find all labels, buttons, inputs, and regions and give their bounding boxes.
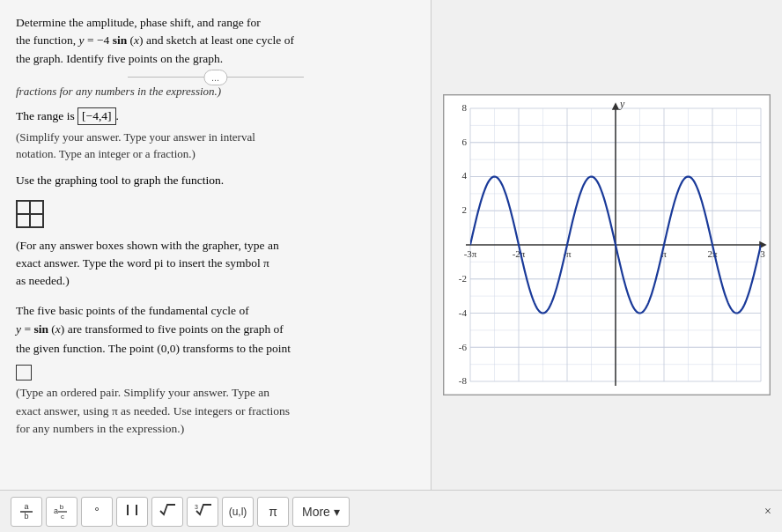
fraction-icon: a b	[18, 501, 34, 521]
more-label: More	[302, 505, 330, 519]
divider-line: ...	[128, 77, 304, 78]
mixed-fraction-icon: a b c	[52, 501, 71, 521]
problem-line1: Determine the amplitude, phase shift, an…	[16, 16, 261, 29]
problem-line3: the graph. Identify five points on the g…	[16, 52, 223, 65]
grid-cell-4	[30, 214, 43, 227]
svg-text:8: 8	[462, 102, 468, 113]
right-panel: y 8 6 4 2 -2 -4 -6 -8 -3π -2π -π	[432, 0, 782, 490]
degree-label: °	[94, 505, 100, 519]
cbrt-button[interactable]: 3	[187, 497, 218, 527]
expand-button[interactable]: ...	[203, 70, 227, 85]
svg-text:-6: -6	[459, 342, 468, 352]
range-value: [−4,4]	[77, 107, 115, 125]
bottom-toolbar: a b a b c °	[0, 490, 782, 532]
simplify-line1: (Simplify your answer. Type your answer …	[16, 130, 255, 144]
svg-text:-2π: -2π	[513, 248, 526, 259]
use-graphing-text: Use the graphing tool to graph the funct…	[16, 174, 415, 188]
simplify-line2: notation. Type an integer or a fraction.…	[16, 147, 196, 160]
svg-text:b: b	[60, 503, 64, 511]
fractions-note: fractions for any numbers in the express…	[16, 85, 415, 99]
chevron-down-icon: ▾	[334, 505, 340, 519]
pi-button[interactable]: π	[257, 497, 289, 527]
sqrt-button[interactable]	[151, 497, 183, 527]
range-text: The range is [−4,4].	[16, 107, 415, 125]
y-axis-label: y	[619, 98, 625, 110]
for-any-note: (For any answer boxes shown with the gra…	[16, 237, 415, 291]
fraction-button[interactable]: a b	[11, 497, 42, 527]
problem-line2: the function, y = −4 sin (x) and sketch …	[16, 33, 294, 47]
pi-label: π	[269, 505, 277, 519]
type-line2: exact answer, using π as needed. Use int…	[16, 404, 290, 417]
for-any-line2: exact answer. Type the word pi to insert…	[16, 256, 269, 270]
svg-text:4: 4	[462, 170, 468, 181]
sqrt-icon	[159, 502, 176, 521]
problem-text: Determine the amplitude, phase shift, an…	[16, 14, 415, 68]
degree-button[interactable]: °	[81, 497, 113, 527]
svg-text:-4: -4	[459, 307, 468, 318]
svg-text:-2: -2	[459, 273, 467, 284]
svg-text:6: 6	[462, 137, 468, 147]
five-points-line3: the given function. The point (0,0) tran…	[16, 342, 291, 355]
for-any-line3: as needed.)	[16, 274, 70, 287]
five-points-text: The five basic points of the fundamental…	[16, 301, 415, 358]
graph-container: y 8 6 4 2 -2 -4 -6 -8 -3π -2π -π	[443, 94, 771, 395]
svg-text:a: a	[24, 502, 28, 511]
type-line3: for any numbers in the expression.)	[16, 422, 184, 435]
more-button[interactable]: More ▾	[292, 497, 350, 527]
svg-text:c: c	[61, 513, 64, 519]
simplify-note: (Simplify your answer. Type your answer …	[16, 129, 415, 163]
abs-value-icon	[124, 502, 140, 521]
svg-text:2π: 2π	[707, 248, 718, 259]
svg-text:b: b	[24, 512, 28, 519]
answer-input-box[interactable]	[16, 365, 32, 381]
mixed-fraction-button[interactable]: a b c	[46, 497, 77, 527]
type-ordered-note: (Type an ordered pair. Simplify your ans…	[16, 384, 415, 438]
ordered-pair-button[interactable]: (u,l)	[222, 497, 254, 527]
for-any-line1: (For any answer boxes shown with the gra…	[16, 239, 279, 252]
svg-text:3: 3	[760, 248, 765, 259]
svg-text:π: π	[661, 248, 667, 259]
five-points-line2: y = sin (x) are transformed to five poin…	[16, 322, 284, 336]
svg-text:-8: -8	[459, 375, 468, 386]
svg-text:-3π: -3π	[464, 248, 477, 259]
ordered-pair-icon: (u,l)	[229, 506, 247, 518]
svg-text:-π: -π	[563, 248, 572, 259]
graph-svg: y 8 6 4 2 -2 -4 -6 -8 -3π -2π -π	[444, 95, 770, 395]
range-label: The range is	[16, 109, 75, 122]
five-points-line1: The five basic points of the fundamental…	[16, 304, 249, 317]
left-panel: Determine the amplitude, phase shift, an…	[0, 0, 432, 490]
cbrt-icon: 3	[193, 502, 212, 521]
graph-tool-icon[interactable]	[16, 200, 44, 228]
svg-text:2: 2	[462, 204, 468, 215]
close-button[interactable]: ×	[764, 505, 771, 519]
grid-cell-3	[17, 214, 30, 227]
grid-cell-1	[17, 201, 30, 214]
absolute-value-button[interactable]	[116, 497, 148, 527]
main-content: Determine the amplitude, phase shift, an…	[0, 0, 782, 490]
svg-text:3: 3	[195, 504, 198, 510]
svg-text:a: a	[54, 506, 58, 515]
grid-cell-2	[30, 201, 43, 214]
type-line1: (Type an ordered pair. Simplify your ans…	[16, 386, 269, 399]
divider-container: ...	[16, 77, 415, 78]
